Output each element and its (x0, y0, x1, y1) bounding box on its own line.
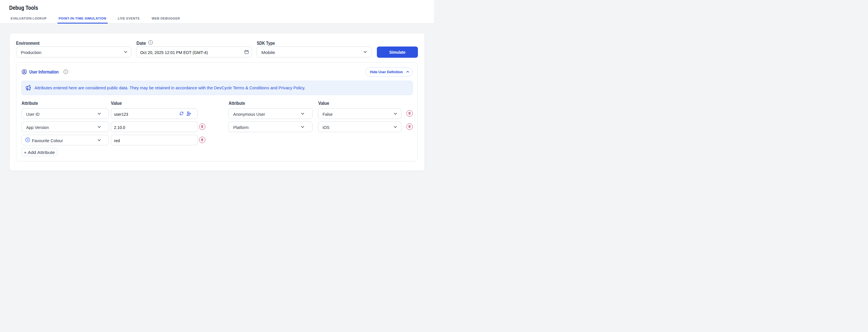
svg-text:S: S (27, 138, 28, 141)
